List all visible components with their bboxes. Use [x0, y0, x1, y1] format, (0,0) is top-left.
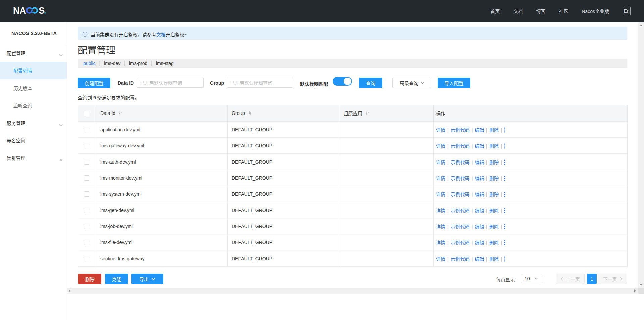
- svg-text:NA: NA: [13, 6, 26, 16]
- svg-text:S: S: [39, 6, 45, 16]
